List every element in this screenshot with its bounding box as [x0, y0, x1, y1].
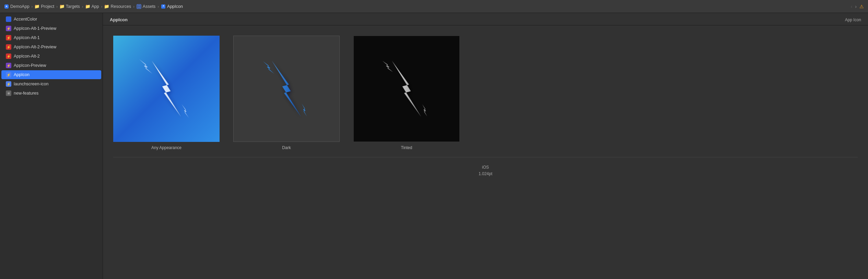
- svg-rect-5: [139, 7, 140, 8]
- breadcrumb-right-controls: ‹ › ⚠: [851, 4, 864, 9]
- sidebar-item-launchscreen[interactable]: ⚡ launchscreen-icon: [1, 80, 101, 88]
- breadcrumb-resources[interactable]: 📁 Resources: [104, 4, 131, 9]
- content-area: AppIcon App Icon: [103, 13, 868, 279]
- icons-grid-area: Any Appearance: [103, 25, 868, 279]
- sidebar-label-alt1-preview: AppIcon-Alt-1-Preview: [14, 26, 56, 31]
- alt1-preview-icon: ⚡: [5, 25, 12, 32]
- alt2-preview-icon: ⚡: [5, 44, 12, 50]
- sidebar-item-appicon-alt2-preview[interactable]: ⚡ AppIcon-Alt-2-Preview: [1, 43, 101, 51]
- breadcrumb-sep-1: ›: [32, 4, 33, 9]
- svg-marker-10: [272, 57, 301, 120]
- sidebar-label-alt2: AppIcon-Alt-2: [14, 54, 40, 59]
- sidebar-label-appicon: AppIcon: [14, 72, 30, 77]
- svg-marker-8: [139, 57, 152, 76]
- appicon-preview-icon: ⚡: [5, 62, 12, 69]
- breadcrumb-demoapp[interactable]: DemoApp: [4, 4, 30, 9]
- sidebar-item-accent-color[interactable]: AccentColor: [1, 15, 101, 24]
- icon-slot-any-appearance[interactable]: Any Appearance: [113, 36, 220, 150]
- sidebar-item-new-features[interactable]: ⊞ new-features: [1, 89, 101, 98]
- bolt-any: [113, 36, 220, 142]
- breadcrumb-appicon[interactable]: AppIcon: [161, 4, 183, 9]
- alt1-icon: ⚡: [5, 35, 12, 41]
- breadcrumb-app-label: App: [92, 4, 99, 9]
- breadcrumb-resources-label: Resources: [110, 4, 131, 9]
- svg-rect-1: [137, 4, 141, 9]
- warning-icon: ⚠: [859, 4, 864, 9]
- appicon-icon: ⚡: [5, 72, 12, 78]
- content-title: AppIcon: [110, 17, 128, 22]
- sidebar-label-launchscreen: launchscreen-icon: [14, 82, 48, 86]
- sidebar-item-appicon-alt1-preview[interactable]: ⚡ AppIcon-Alt-1-Preview: [1, 24, 101, 33]
- svg-rect-6: [161, 4, 165, 9]
- svg-marker-13: [392, 57, 421, 120]
- breadcrumb-appicon-label: AppIcon: [167, 4, 183, 9]
- icon-canvas-any[interactable]: [113, 36, 220, 142]
- sidebar-item-appicon-alt1[interactable]: ⚡ AppIcon-Alt-1: [1, 33, 101, 42]
- platform-label: iOS: [113, 164, 858, 171]
- main-layout: AccentColor ⚡ AppIcon-Alt-1-Preview ⚡ Ap…: [0, 13, 868, 279]
- launchscreen-icon: ⚡: [5, 81, 12, 87]
- app-icon-label: App Icon: [845, 17, 861, 22]
- sidebar-label-alt2-preview: AppIcon-Alt-2-Preview: [14, 45, 56, 49]
- sidebar-label-new-features: new-features: [14, 91, 38, 96]
- svg-rect-4: [138, 7, 139, 8]
- resources-folder-icon: 📁: [104, 4, 109, 9]
- breadcrumb-sep-2: ›: [56, 4, 58, 9]
- nav-forward-arrow[interactable]: ›: [855, 4, 857, 9]
- targets-folder-icon: 📁: [60, 4, 64, 9]
- breadcrumb-bar: DemoApp › 📁 Project › 📁 Targets › 📁 App …: [0, 0, 868, 13]
- svg-rect-2: [138, 5, 139, 7]
- breadcrumb-sep-6: ›: [157, 4, 159, 9]
- content-header: AppIcon App Icon: [103, 13, 868, 25]
- svg-marker-11: [263, 60, 274, 76]
- breadcrumb-assets-label: Assets: [143, 4, 156, 9]
- svg-marker-7: [152, 57, 181, 120]
- breadcrumb-targets-label: Targets: [66, 4, 80, 9]
- demoapp-icon: [4, 4, 9, 9]
- icon-label-tinted: Tinted: [401, 145, 412, 150]
- project-folder-icon: 📁: [35, 4, 39, 9]
- nav-back-arrow[interactable]: ‹: [851, 4, 853, 9]
- breadcrumb-sep-4: ›: [101, 4, 103, 9]
- appicon-bc-icon: [161, 4, 166, 9]
- sidebar-label-accent-color: AccentColor: [14, 17, 37, 22]
- breadcrumb-targets[interactable]: 📁 Targets: [60, 4, 80, 9]
- sidebar-label-alt1: AppIcon-Alt-1: [14, 35, 40, 40]
- icon-slot-tinted[interactable]: Tinted: [353, 36, 460, 150]
- icon-label-any: Any Appearance: [151, 145, 181, 150]
- bolt-dark: [234, 36, 339, 142]
- breadcrumb-project-label: Project: [41, 4, 54, 9]
- bolt-tinted: [354, 36, 459, 142]
- icon-slot-dark[interactable]: Dark: [233, 36, 340, 150]
- sidebar-item-appicon-alt2[interactable]: ⚡ AppIcon-Alt-2: [1, 52, 101, 61]
- sidebar-label-appicon-preview: AppIcon-Preview: [14, 63, 46, 68]
- svg-marker-12: [302, 103, 307, 117]
- icon-canvas-dark[interactable]: [233, 36, 340, 142]
- svg-marker-15: [422, 104, 427, 117]
- breadcrumb-sep-3: ›: [82, 4, 83, 9]
- alt2-icon: ⚡: [5, 53, 12, 59]
- breadcrumb-assets[interactable]: Assets: [137, 4, 156, 9]
- icon-label-dark: Dark: [282, 145, 291, 150]
- ios-info: iOS 1.024pt: [113, 164, 858, 181]
- breadcrumb-project[interactable]: 📁 Project: [35, 4, 54, 9]
- divider: [113, 157, 858, 157]
- svg-marker-14: [383, 59, 393, 74]
- icons-row: Any Appearance: [113, 36, 858, 150]
- breadcrumb-demoapp-label: DemoApp: [10, 4, 30, 9]
- icon-canvas-tinted[interactable]: [353, 36, 460, 142]
- sidebar-item-appicon-preview[interactable]: ⚡ AppIcon-Preview: [1, 61, 101, 70]
- svg-rect-3: [139, 5, 140, 7]
- new-features-icon: ⊞: [5, 90, 12, 96]
- svg-marker-9: [181, 103, 189, 119]
- app-folder-icon: 📁: [85, 4, 90, 9]
- accent-color-icon: [5, 16, 12, 22]
- size-label: 1.024pt: [113, 171, 858, 177]
- sidebar-item-appicon[interactable]: ⚡ AppIcon: [1, 70, 101, 79]
- assets-icon: [137, 4, 141, 9]
- breadcrumb-app[interactable]: 📁 App: [85, 4, 99, 9]
- breadcrumb-sep-5: ›: [133, 4, 134, 9]
- sidebar: AccentColor ⚡ AppIcon-Alt-1-Preview ⚡ Ap…: [0, 13, 103, 279]
